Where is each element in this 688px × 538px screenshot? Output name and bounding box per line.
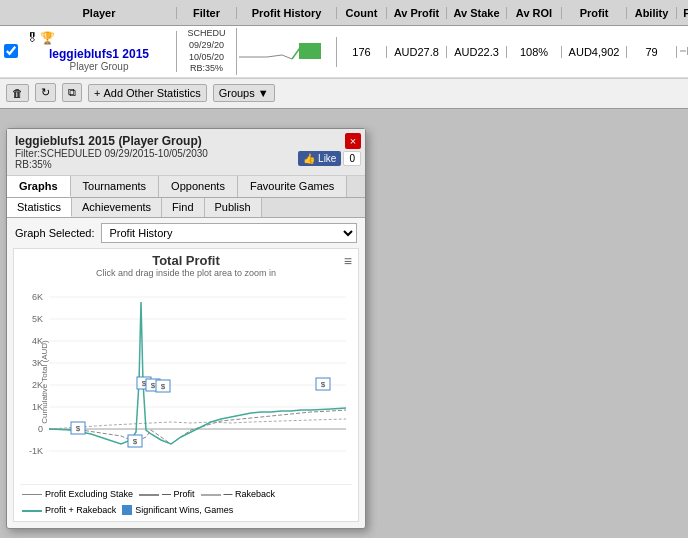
legend-line-profit [139,494,159,496]
profit-cell: AUD4,902 [562,46,627,58]
tab-tournaments[interactable]: Tournaments [71,176,160,197]
tab-opponents[interactable]: Opponents [159,176,238,197]
profit-hist-cell [237,37,337,67]
legend-profit-ex-stake: Profit Excluding Stake [22,489,133,499]
av-stake-cell: AUD22.3 [447,46,507,58]
legend-sig-wins: Significant Wins, Games [122,505,233,515]
sig-win-label-2: $ [151,381,156,390]
tab-statistics[interactable]: Statistics [7,198,72,217]
col-profit-hist-header: Profit History [237,7,337,19]
groups-label: Groups ▼ [219,87,269,99]
col-av-profit-header: Av Profit [387,7,447,19]
sparkline-svg [237,37,327,67]
copy-icon: ⧉ [68,86,76,99]
delete-button[interactable]: 🗑 [6,84,29,102]
chart-title: Total Profit [20,253,352,268]
legend-box-sig-wins [122,505,132,515]
tab-publish[interactable]: Publish [205,198,262,217]
legend-label-profit-rb: Profit + Rakeback [45,505,116,515]
profit-ex-stake-line [49,410,346,444]
legend-label-profit-ex: Profit Excluding Stake [45,489,133,499]
top-table-area: Player Filter Profit History Count Av Pr… [0,0,688,109]
lower-label-1: $ [133,437,138,446]
refresh-button[interactable]: ↻ [35,83,56,102]
filter-text: SCHEDU 09/29/20 10/05/20 RB:35% [177,28,236,75]
svg-line-1 [267,55,282,57]
sig-win-label-3: $ [161,382,166,391]
dollar-label-1: $ [76,424,81,433]
filter-line3: 10/05/20 [177,52,236,64]
table-header: Player Filter Profit History Count Av Pr… [0,0,688,26]
row-checkbox[interactable] [4,44,18,58]
player-sub: Player Group [26,61,172,72]
chart-menu-icon[interactable]: ≡ [344,253,352,269]
player-icons: 🎖 🏆 [26,31,172,45]
col-count-header: Count [337,7,387,19]
add-statistics-label: Add Other Statistics [103,87,200,99]
svg-rect-4 [299,43,321,59]
y-label-0: 0 [38,424,43,434]
col-form-header: Form [677,7,688,19]
close-button[interactable]: × [345,133,361,149]
row-checkbox-col [0,44,22,60]
refresh-icon: ↻ [41,86,50,99]
av-profit-cell: AUD27.8 [387,46,447,58]
groups-button[interactable]: Groups ▼ [213,84,275,102]
fb-like-area: 👍 Like 0 [298,151,361,166]
filter-line4: RB:35% [177,63,236,75]
filter-cell: SCHEDU 09/29/20 10/05/20 RB:35% [177,28,237,75]
fb-thumb-icon: 👍 [303,153,318,164]
detail-tabs-row1: Graphs Tournaments Opponents Favourite G… [7,176,365,198]
col-player-header: Player [22,7,177,19]
filter-line1: SCHEDU [177,28,236,40]
legend-profit-rakeback: Profit + Rakeback [22,505,116,515]
y-label-6k: 6K [32,292,43,302]
detail-header: leggieblufs1 2015 (Player Group) Filter:… [7,129,365,176]
fb-count: 0 [343,151,361,166]
col-filter-header: Filter [177,7,237,19]
filter-line2: 09/29/20 [177,40,236,52]
chart-legend: Profit Excluding Stake — Profit — Rakeba… [20,484,352,517]
chart-svg[interactable]: 6K 5K 4K 3K 2K 1K 0 -1K Cumulative Total… [20,282,352,482]
y-label-neg1k: -1K [29,446,43,456]
ability-cell: 79 [627,46,677,58]
graph-selector: Graph Selected: Profit History [7,218,365,248]
add-icon: + [94,87,100,99]
legend-label-rakeback: — Rakeback [224,489,276,499]
graph-dropdown[interactable]: Profit History [101,223,358,243]
toolbar: 🗑 ↻ ⧉ + Add Other Statistics Groups ▼ [0,78,688,106]
delete-icon: 🗑 [12,87,23,99]
tab-find[interactable]: Find [162,198,204,217]
chart-area: Total Profit Click and drag inside the p… [13,248,359,522]
legend-line-profit-rb [22,510,42,512]
detail-title: leggieblufs1 2015 (Player Group) [15,134,357,148]
y-axis-title: Cumulative Total (AUD) [40,340,49,424]
col-ability-header: Ability [627,7,677,19]
table-row: 🎖 🏆 leggieblufs1 2015 Player Group SCHED… [0,26,688,78]
tab-favourite-games[interactable]: Favourite Games [238,176,347,197]
chart-subtitle: Click and drag inside the plot area to z… [20,268,352,278]
legend-label-sig-wins: Significant Wins, Games [135,505,233,515]
add-statistics-button[interactable]: + Add Other Statistics [88,84,207,102]
profit-rakeback-line [49,302,346,444]
detail-panel: leggieblufs1 2015 (Player Group) Filter:… [6,128,366,529]
profit-sparkline [237,37,327,67]
detail-tabs-row2: Statistics Achievements Find Publish [7,198,365,218]
col-profit-header: Profit [562,7,627,19]
player-cell: 🎖 🏆 leggieblufs1 2015 Player Group [22,31,177,72]
legend-rakeback: — Rakeback [201,489,276,499]
graph-selected-label: Graph Selected: [15,227,95,239]
form-cell: x [677,41,688,63]
col-av-stake-header: Av Stake [447,7,507,19]
legend-label-profit: — Profit [162,489,195,499]
copy-button[interactable]: ⧉ [62,83,82,102]
player-name[interactable]: leggieblufs1 2015 [26,47,172,61]
fb-like-button[interactable]: 👍 Like [298,151,341,166]
form-sparkline: x [678,41,688,61]
y-label-5k: 5K [32,314,43,324]
count-cell: 176 [337,46,387,58]
fb-like-label: Like [318,153,336,164]
av-roi-cell: 108% [507,46,562,58]
tab-achievements[interactable]: Achievements [72,198,162,217]
tab-graphs[interactable]: Graphs [7,176,71,197]
